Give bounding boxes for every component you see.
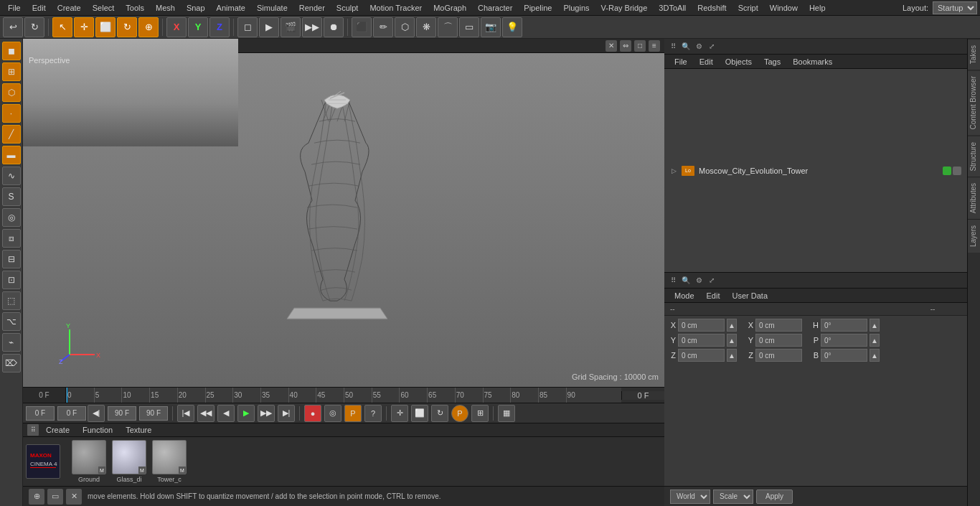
- model-mode-button[interactable]: ◼: [2, 42, 21, 60]
- obj-menu-objects[interactable]: Objects: [720, 56, 758, 67]
- left-btn-16[interactable]: ⌦: [2, 354, 21, 373]
- left-btn-14[interactable]: ⌥: [2, 312, 21, 331]
- mat-grip-icon[interactable]: ⠿: [27, 424, 39, 436]
- mat-menu-texture[interactable]: Texture: [120, 424, 157, 436]
- move-tool-button[interactable]: ✛: [74, 17, 94, 37]
- attr-settings-icon[interactable]: ⚙: [693, 275, 705, 286]
- tab-structure[interactable]: Structure: [968, 136, 980, 177]
- world-dropdown[interactable]: World: [670, 489, 710, 504]
- material-glass[interactable]: M Glass_di: [112, 440, 146, 483]
- expand-arrow[interactable]: ▷: [670, 167, 677, 174]
- grid-tool-pb[interactable]: ⊞: [471, 405, 489, 422]
- menu-snap[interactable]: Snap: [182, 2, 210, 14]
- coord-z-arrow[interactable]: ▲: [727, 349, 737, 362]
- point-mode-button[interactable]: ·: [2, 104, 21, 123]
- vp-icon-2[interactable]: ⇔: [620, 40, 631, 52]
- coord-p-arrow[interactable]: ▲: [870, 334, 880, 347]
- frame-current-input[interactable]: [57, 406, 86, 421]
- obj-expand-icon[interactable]: ⤢: [706, 41, 717, 52]
- step-back-button[interactable]: ◀◀: [197, 405, 215, 422]
- coord-b-arrow[interactable]: ▲: [870, 349, 880, 362]
- vp-icon-4[interactable]: ≡: [649, 40, 660, 52]
- coord-y-arrow[interactable]: ▲: [727, 334, 737, 347]
- vp-icon-3[interactable]: □: [634, 40, 646, 52]
- rotate-tool-pb[interactable]: ↻: [431, 405, 448, 422]
- object-row-tower[interactable]: ▷ Lo Moscow_City_Evolution_Tower: [670, 166, 961, 176]
- menu-tools[interactable]: Tools: [121, 2, 149, 14]
- timeline[interactable]: 0 F 0 5 10 15 20 25 30 35 40 45 50 55 60…: [23, 387, 664, 403]
- menu-edit[interactable]: Edit: [27, 2, 51, 14]
- poly-mode-button[interactable]: ▬: [2, 146, 21, 164]
- spline-button[interactable]: ⌒: [438, 17, 458, 37]
- redo-button[interactable]: ↻: [24, 17, 44, 37]
- obj-grip-icon[interactable]: ⠿: [667, 41, 679, 52]
- record-button[interactable]: ⏺: [324, 17, 344, 37]
- texture-mode-button[interactable]: ⊞: [2, 62, 21, 81]
- tab-content-browser[interactable]: Content Browser: [968, 70, 980, 135]
- menu-plugins[interactable]: Plugins: [558, 2, 594, 14]
- attr-grip-icon[interactable]: ⠿: [667, 275, 679, 286]
- left-btn-11[interactable]: ⊟: [2, 250, 21, 268]
- left-btn-13[interactable]: ⬚: [2, 291, 21, 310]
- obj-search-icon[interactable]: 🔍: [680, 41, 692, 52]
- go-end-button[interactable]: ▶|: [278, 405, 295, 422]
- go-start-button[interactable]: |◀: [177, 405, 194, 422]
- attr-menu-mode[interactable]: Mode: [669, 290, 700, 301]
- play-back-button[interactable]: ◀: [217, 405, 235, 422]
- obj-settings-icon[interactable]: ⚙: [693, 41, 705, 52]
- layout-select[interactable]: Startup: [933, 1, 977, 14]
- left-btn-9[interactable]: ◎: [2, 208, 21, 227]
- obj-menu-file[interactable]: File: [669, 56, 693, 67]
- object-mode-button[interactable]: ◻: [237, 17, 258, 37]
- menu-select[interactable]: Select: [88, 2, 120, 14]
- menu-simulate[interactable]: Simulate: [252, 2, 293, 14]
- record-key-button[interactable]: ●: [304, 405, 321, 422]
- tab-layers[interactable]: Layers: [968, 219, 980, 253]
- mat-menu-create[interactable]: Create: [40, 424, 75, 436]
- menu-file[interactable]: File: [3, 2, 26, 14]
- menu-character[interactable]: Character: [473, 2, 517, 14]
- coord-z-pos[interactable]: [678, 349, 725, 362]
- left-btn-15[interactable]: ⌁: [2, 333, 21, 352]
- menu-help[interactable]: Help: [804, 2, 831, 14]
- render-view-button[interactable]: 🎬: [281, 17, 301, 37]
- coord-x-size[interactable]: [755, 319, 802, 332]
- scale-tool-pb[interactable]: ⬜: [411, 405, 428, 422]
- transform-tool-button[interactable]: ⊕: [138, 17, 159, 37]
- mat-menu-function[interactable]: Function: [77, 424, 118, 436]
- menu-animate[interactable]: Animate: [212, 2, 250, 14]
- material-tower[interactable]: M Tower_c: [152, 440, 187, 483]
- render-view-pb[interactable]: ▦: [498, 405, 515, 422]
- coord-h-arrow[interactable]: ▲: [870, 319, 880, 332]
- left-btn-10[interactable]: ⧈: [2, 229, 21, 248]
- timeline-ruler[interactable]: 0 5 10 15 20 25 30 35 40 45 50 55 60 65 …: [66, 388, 621, 403]
- question-button[interactable]: ?: [364, 405, 382, 422]
- tab-attributes[interactable]: Attributes: [968, 177, 980, 219]
- auto-key-button[interactable]: ◎: [324, 405, 341, 422]
- render-region-icon[interactable]: ⊕: [29, 489, 44, 505]
- left-btn-7[interactable]: ∿: [2, 167, 21, 185]
- close-icon[interactable]: ✕: [66, 489, 82, 505]
- menu-3dtoall[interactable]: 3DToAll: [654, 2, 691, 14]
- menu-create[interactable]: Create: [52, 2, 86, 14]
- camera-button[interactable]: 📷: [481, 17, 501, 37]
- obj-menu-tags[interactable]: Tags: [758, 56, 786, 67]
- coord-y-size[interactable]: [755, 334, 802, 347]
- select-tool-button[interactable]: ↖: [52, 17, 72, 37]
- axis-z-button[interactable]: Z: [209, 17, 230, 37]
- undo-button[interactable]: ↩: [3, 17, 23, 37]
- menu-script[interactable]: Script: [733, 2, 763, 14]
- deform-mode-button[interactable]: ⬡: [2, 83, 21, 102]
- attr-expand-icon[interactable]: ⤢: [706, 275, 717, 286]
- left-btn-8[interactable]: S: [2, 187, 21, 206]
- scale-tool-button[interactable]: ⬜: [95, 17, 116, 37]
- attr-menu-userdata[interactable]: User Data: [727, 290, 774, 301]
- cube-button[interactable]: ⬛: [352, 17, 372, 37]
- menu-redshift[interactable]: Redshift: [692, 2, 731, 14]
- coord-y-pos[interactable]: [678, 334, 725, 347]
- axis-x-button[interactable]: X: [166, 17, 187, 37]
- tab-takes[interactable]: Takes: [968, 39, 980, 70]
- menu-render[interactable]: Render: [294, 2, 330, 14]
- coord-b-angle[interactable]: [821, 349, 867, 362]
- light-button[interactable]: 💡: [502, 17, 522, 37]
